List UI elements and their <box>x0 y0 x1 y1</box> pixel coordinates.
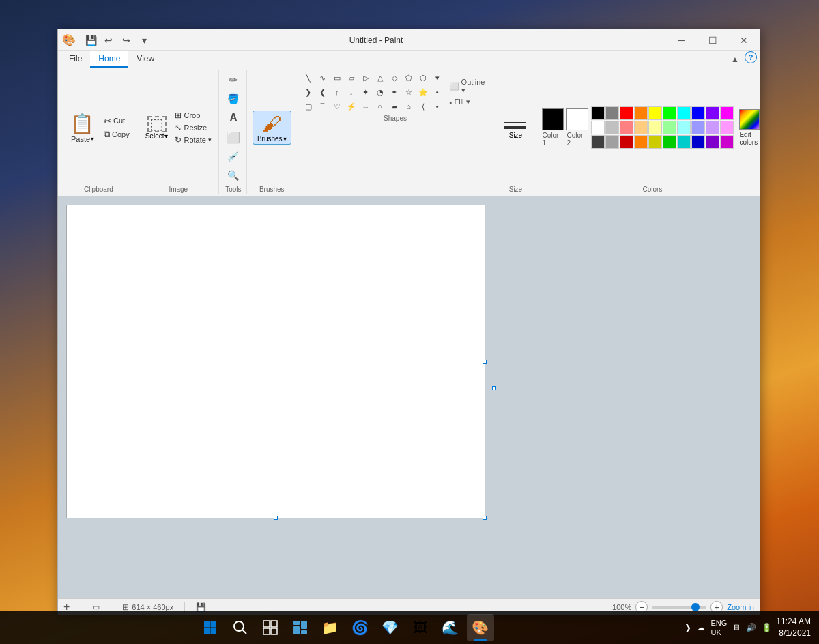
fill-dropdown[interactable]: ▪ Fill ▾ <box>446 97 489 107</box>
magnifier-button[interactable]: 🔍 <box>225 166 242 184</box>
palette-cyan[interactable] <box>677 106 691 120</box>
shapes-more2[interactable]: • <box>431 85 444 99</box>
palette-red[interactable] <box>620 106 633 120</box>
collapse-ribbon-button[interactable]: ▲ <box>727 51 743 68</box>
shape-heart[interactable]: ♡ <box>330 100 344 113</box>
shape-left-arrow[interactable]: ❮ <box>316 85 330 99</box>
palette-darkred[interactable] <box>620 135 633 149</box>
volume-icon[interactable]: 🔊 <box>746 623 756 632</box>
palette-lightblue[interactable] <box>691 121 705 134</box>
palette-lime[interactable] <box>663 106 676 120</box>
palette-darkgray1[interactable] <box>591 135 605 149</box>
taskbar-3d-button[interactable]: 💎 <box>377 614 404 641</box>
minimize-button[interactable]: ─ <box>665 29 697 51</box>
shape-right-triangle[interactable]: △ <box>373 71 387 85</box>
palette-darkorange[interactable] <box>634 135 648 149</box>
color1-box[interactable] <box>542 108 564 130</box>
zoom-slider[interactable] <box>652 606 706 609</box>
shape-parallelogram[interactable]: ▰ <box>388 100 401 113</box>
crop-button[interactable]: ⊞ Crop <box>172 110 214 121</box>
palette-black[interactable] <box>591 106 605 120</box>
fill-button[interactable]: 🪣 <box>225 90 242 108</box>
taskbar-start-button[interactable] <box>197 614 224 641</box>
taskbar-search-button[interactable] <box>227 614 254 641</box>
palette-lightgray[interactable] <box>605 121 619 134</box>
palette-purple[interactable] <box>706 106 719 120</box>
shape-lightning[interactable]: ⚡ <box>345 100 358 113</box>
pencil-button[interactable]: ✏ <box>225 71 242 89</box>
resize-handle-middle-right[interactable] <box>483 360 487 364</box>
shape-4way-arrow[interactable]: ✦ <box>359 85 373 99</box>
palette-lightmagenta[interactable] <box>720 121 734 134</box>
system-clock[interactable]: 11:24 AM 8/1/2021 <box>776 616 811 639</box>
shape-rounded-rect[interactable]: ▢ <box>302 100 315 113</box>
shape-curve[interactable]: ∿ <box>316 71 330 85</box>
shape-line[interactable]: ╲ <box>302 71 315 85</box>
shape-right-arrow[interactable]: ❯ <box>302 85 315 99</box>
shape-rect[interactable]: ▭ <box>330 71 344 85</box>
shape-callout[interactable]: ◔ <box>373 85 387 99</box>
shape-star5[interactable]: ☆ <box>402 85 416 99</box>
taskbar-edge-button[interactable]: 🌀 <box>347 614 374 641</box>
palette-lightlime[interactable] <box>663 121 676 134</box>
close-button[interactable]: ✕ <box>728 29 760 51</box>
palette-darkblue[interactable] <box>691 135 705 149</box>
palette-medgray[interactable] <box>605 135 619 149</box>
taskbar-photos-button[interactable]: 🖼 <box>407 614 434 641</box>
palette-darkpurple[interactable] <box>706 135 719 149</box>
resize-handle-bottom-middle[interactable] <box>274 516 278 520</box>
palette-darkyellow[interactable] <box>648 135 662 149</box>
paste-button[interactable]: 📋 Paste ▾ <box>65 111 100 145</box>
palette-yellow[interactable] <box>648 106 662 120</box>
shape-up-arrow[interactable]: ↑ <box>330 85 344 99</box>
shape-trapezoid[interactable]: ⌂ <box>402 100 416 113</box>
shape-diamond[interactable]: ◇ <box>388 71 401 85</box>
shape-down-arrow[interactable]: ↓ <box>345 85 358 99</box>
canvas-right-handle[interactable] <box>492 386 496 390</box>
palette-lightcyan[interactable] <box>677 121 691 134</box>
tab-home[interactable]: Home <box>90 51 128 68</box>
shape-triangle[interactable]: ▷ <box>359 71 373 85</box>
taskbar-taskview-button[interactable] <box>257 614 284 641</box>
shape-star4[interactable]: ✦ <box>388 85 401 99</box>
palette-blue[interactable] <box>691 106 705 120</box>
shape-oval[interactable]: ▱ <box>345 71 358 85</box>
tab-file[interactable]: File <box>61 51 90 68</box>
palette-darkgreen[interactable] <box>663 135 676 149</box>
zoom-in-link[interactable]: Zoom in <box>727 603 754 611</box>
color2-box[interactable] <box>566 108 588 130</box>
palette-gray50[interactable] <box>605 106 619 120</box>
resize-handle-bottom-right[interactable] <box>483 516 487 520</box>
text-button[interactable]: A <box>225 109 242 127</box>
palette-darkcyan[interactable] <box>677 135 691 149</box>
outline-dropdown[interactable]: ⬜ Outline ▾ <box>446 77 489 96</box>
display-icon[interactable]: 🖥 <box>732 623 741 632</box>
palette-lightyellow[interactable] <box>648 121 662 134</box>
palette-darkmagenta[interactable] <box>720 135 734 149</box>
select-button[interactable]: ⬚ Select ▾ <box>143 115 171 141</box>
shape-cloud[interactable]: ⌒ <box>316 100 330 113</box>
shape-hexagon[interactable]: ⬡ <box>416 71 430 85</box>
chevron-icon[interactable]: ❯ <box>685 623 691 632</box>
language-region[interactable]: ENGUK <box>710 618 727 638</box>
palette-magenta[interactable] <box>720 106 734 120</box>
taskbar-widgets-button[interactable] <box>287 614 314 641</box>
color2-selector[interactable]: Color 2 <box>566 108 588 147</box>
shape-callout2[interactable]: ⌣ <box>359 100 373 113</box>
shape-circle[interactable]: ○ <box>373 100 387 113</box>
shape-pentagon[interactable]: ⬠ <box>402 71 416 85</box>
cut-button[interactable]: ✂ Cut <box>101 115 132 127</box>
brushes-button[interactable]: 🖌 Brushes ▾ <box>253 111 291 145</box>
taskbar-edge-canary-button[interactable]: 🌊 <box>437 614 464 641</box>
palette-lightorange[interactable] <box>634 121 648 134</box>
shape-bracket[interactable]: ⟨ <box>416 100 430 113</box>
palette-white[interactable] <box>591 121 605 134</box>
resize-button[interactable]: ⤡ Resize <box>172 122 214 133</box>
taskbar-paint-button[interactable]: 🎨 <box>467 614 494 641</box>
color1-selector[interactable]: Color 1 <box>542 108 564 147</box>
copy-button[interactable]: ⧉ Copy <box>101 128 132 141</box>
shapes-more[interactable]: ▾ <box>431 71 444 85</box>
maximize-button[interactable]: ☐ <box>697 29 728 51</box>
eraser-button[interactable]: ⬜ <box>225 128 242 146</box>
weather-icon[interactable]: ☁ <box>697 623 705 632</box>
